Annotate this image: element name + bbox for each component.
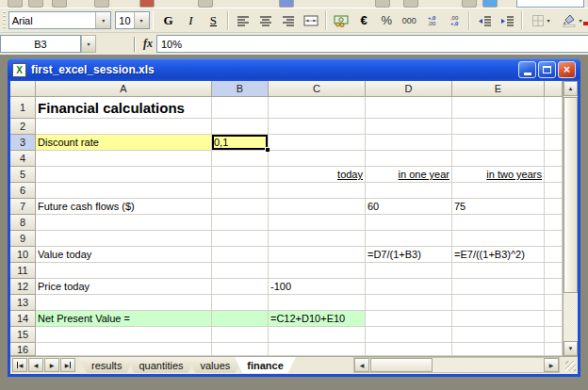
row-header-10[interactable]: 10 xyxy=(10,247,36,263)
cell-E11[interactable] xyxy=(452,263,545,279)
scroll-down-icon[interactable]: ▼ xyxy=(564,341,578,356)
minimize-button[interactable] xyxy=(518,61,536,78)
cell-A10[interactable]: Value today xyxy=(36,247,212,263)
cell-E13[interactable] xyxy=(452,295,545,311)
cell-F11[interactable] xyxy=(545,263,563,279)
align-center-button[interactable] xyxy=(255,10,276,31)
row-header-7[interactable]: 7 xyxy=(10,199,36,215)
cell-C8[interactable] xyxy=(269,215,366,231)
cell-C10[interactable] xyxy=(269,247,366,263)
cell-D3[interactable] xyxy=(366,135,452,151)
row-header-15[interactable]: 15 xyxy=(10,327,36,343)
chevron-down-icon[interactable]: ▾ xyxy=(547,17,549,24)
name-box[interactable]: B3 xyxy=(0,35,81,53)
cell-D15[interactable] xyxy=(366,327,452,343)
font-size-combo[interactable]: 10 ▾ xyxy=(115,11,149,29)
cell-D2[interactable] xyxy=(366,119,452,135)
cell-B1[interactable] xyxy=(212,97,269,119)
euro-style-button[interactable]: € xyxy=(353,10,374,31)
cell-B12[interactable] xyxy=(212,279,269,295)
tab-first-button[interactable]: ◀ xyxy=(12,358,27,372)
tab-prev-button[interactable]: ◀ xyxy=(28,358,43,372)
align-left-button[interactable] xyxy=(233,10,253,31)
scroll-left-icon[interactable]: ◀ xyxy=(354,358,369,372)
cell-F7[interactable] xyxy=(545,199,563,215)
cell-D10[interactable]: =D7/(1+B3) xyxy=(366,247,452,263)
cell-A5[interactable] xyxy=(36,167,212,183)
cell-A11[interactable] xyxy=(36,263,212,279)
cell-D14[interactable] xyxy=(366,311,452,327)
name-box-dropdown[interactable]: ▾ xyxy=(81,35,96,53)
horizontal-scrollbar[interactable]: ◀ ▶ xyxy=(353,357,560,373)
row-header-6[interactable]: 6 xyxy=(10,183,36,199)
cell-B15[interactable] xyxy=(212,327,269,343)
cell-D9[interactable] xyxy=(366,231,452,247)
cell-B6[interactable] xyxy=(212,183,269,199)
tab-last-button[interactable]: ▶ xyxy=(60,358,75,372)
cell-A8[interactable] xyxy=(36,215,212,231)
scroll-up-icon[interactable]: ▲ xyxy=(564,81,578,96)
horizontal-scrollbar-thumb[interactable] xyxy=(370,358,433,372)
resize-grip[interactable] xyxy=(561,357,578,373)
comma-style-button[interactable]: 000 xyxy=(399,10,419,31)
decrease-decimal-button[interactable]: ,00+,0 xyxy=(444,10,465,31)
row-header-2[interactable]: 2 xyxy=(10,119,36,135)
cell-A15[interactable] xyxy=(36,327,212,343)
cell-B9[interactable] xyxy=(212,231,269,247)
cell-F3[interactable] xyxy=(545,135,563,151)
cell-F13[interactable] xyxy=(545,295,563,311)
cell-F9[interactable] xyxy=(545,231,563,247)
cell-D8[interactable] xyxy=(366,215,452,231)
cell-C4[interactable] xyxy=(269,151,366,167)
chevron-down-icon[interactable]: ▾ xyxy=(579,17,581,24)
cell-A14[interactable]: Net Present Value = xyxy=(36,311,212,327)
cell-E14[interactable] xyxy=(452,311,545,327)
col-header-E[interactable]: E xyxy=(452,81,545,97)
workbook-titlebar[interactable]: X first_excel_session.xls × xyxy=(8,58,580,81)
cell-A2[interactable] xyxy=(36,119,212,135)
row-header-3[interactable]: 3 xyxy=(10,135,36,151)
cell-C9[interactable] xyxy=(269,231,366,247)
row-header-1[interactable]: 1 xyxy=(10,97,36,119)
tab-next-button[interactable]: ▶ xyxy=(44,358,59,372)
cell-B7[interactable] xyxy=(212,199,269,215)
cell-C2[interactable] xyxy=(269,119,366,135)
cell-C13[interactable] xyxy=(269,295,366,311)
increase-decimal-button[interactable]: +,0,00 xyxy=(421,10,442,31)
cell-F5[interactable] xyxy=(545,167,563,183)
col-header-partial[interactable] xyxy=(545,81,563,97)
col-header-C[interactable]: C xyxy=(269,81,366,97)
cell-F10[interactable] xyxy=(545,247,563,263)
row-header-8[interactable]: 8 xyxy=(10,215,36,231)
cell-F6[interactable] xyxy=(545,183,563,199)
cell-B2[interactable] xyxy=(212,119,269,135)
cell-E4[interactable] xyxy=(452,151,545,167)
col-header-D[interactable]: D xyxy=(366,81,452,97)
cell-F1[interactable] xyxy=(545,97,563,119)
row-header-12[interactable]: 12 xyxy=(10,279,36,295)
cell-F2[interactable] xyxy=(545,119,563,135)
cell-E2[interactable] xyxy=(452,119,545,135)
cell-F8[interactable] xyxy=(545,215,563,231)
cell-B4[interactable] xyxy=(212,151,269,167)
cell-B5[interactable] xyxy=(212,167,269,183)
cell-B13[interactable] xyxy=(212,295,269,311)
cell-A16[interactable] xyxy=(36,343,212,356)
cell-E9[interactable] xyxy=(452,231,545,247)
row-header-9[interactable]: 9 xyxy=(10,231,36,247)
row-header-13[interactable]: 13 xyxy=(10,295,36,311)
fill-handle[interactable] xyxy=(265,147,270,152)
cell-E6[interactable] xyxy=(452,183,545,199)
cell-C5[interactable]: today xyxy=(269,167,366,183)
cell-A13[interactable] xyxy=(36,295,212,311)
row-header-16[interactable]: 16 xyxy=(10,343,36,356)
cell-E12[interactable] xyxy=(452,279,545,295)
cell-D11[interactable] xyxy=(366,263,452,279)
cell-D4[interactable] xyxy=(366,151,452,167)
toolbar-grip[interactable] xyxy=(3,11,6,30)
row-header-4[interactable]: 4 xyxy=(10,151,36,167)
cell-C11[interactable] xyxy=(269,263,366,279)
sheet-tab-finance[interactable]: finance xyxy=(235,357,296,373)
percent-style-button[interactable]: % xyxy=(376,10,397,31)
cell-A1[interactable]: Financial calculations xyxy=(36,97,212,119)
